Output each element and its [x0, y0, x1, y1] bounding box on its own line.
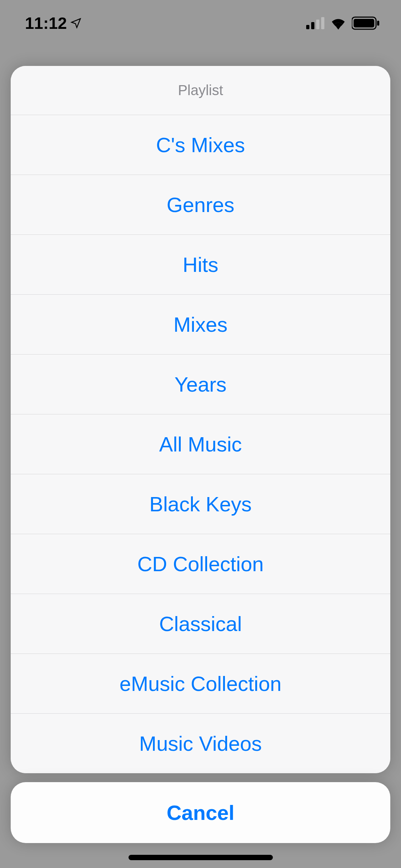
playlist-item-black-keys[interactable]: Black Keys	[11, 474, 390, 534]
status-left: 11:12	[25, 14, 81, 33]
playlist-item-classical[interactable]: Classical	[11, 594, 390, 654]
playlist-item-cs-mixes[interactable]: C's Mixes	[11, 115, 390, 175]
playlist-item-mixes[interactable]: Mixes	[11, 295, 390, 355]
svg-rect-6	[377, 21, 379, 26]
cellular-signal-icon	[306, 17, 325, 29]
svg-rect-5	[354, 19, 374, 27]
status-time: 11:12	[25, 14, 67, 33]
playlist-item-genres[interactable]: Genres	[11, 175, 390, 235]
battery-icon	[352, 16, 380, 30]
playlist-item-years[interactable]: Years	[11, 355, 390, 414]
svg-rect-2	[316, 20, 319, 29]
wifi-icon	[330, 17, 347, 30]
playlist-item-music-videos[interactable]: Music Videos	[11, 714, 390, 773]
cancel-button[interactable]: Cancel	[11, 782, 390, 843]
svg-rect-3	[321, 17, 324, 29]
action-sheet: Playlist C's Mixes Genres Hits Mixes Yea…	[11, 66, 390, 773]
playlist-item-emusic-collection[interactable]: eMusic Collection	[11, 654, 390, 714]
svg-rect-1	[311, 22, 314, 29]
playlist-item-all-music[interactable]: All Music	[11, 414, 390, 474]
action-sheet-container: Playlist C's Mixes Genres Hits Mixes Yea…	[11, 66, 390, 843]
location-icon	[71, 18, 81, 29]
playlist-item-cd-collection[interactable]: CD Collection	[11, 534, 390, 594]
home-indicator[interactable]	[128, 855, 273, 860]
playlist-item-hits[interactable]: Hits	[11, 235, 390, 295]
sheet-title: Playlist	[11, 66, 390, 115]
svg-rect-0	[306, 25, 309, 29]
status-right	[306, 16, 380, 30]
status-bar: 11:12	[0, 0, 401, 46]
